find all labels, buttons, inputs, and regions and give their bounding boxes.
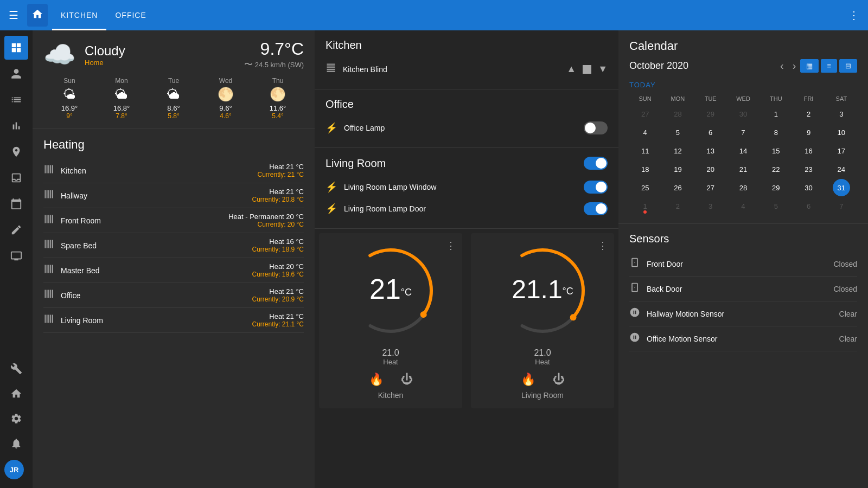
sidebar-item-media[interactable]	[4, 244, 28, 268]
calendar-day[interactable]: 9	[800, 124, 818, 141]
calendar-day[interactable]: 6	[800, 197, 818, 215]
sidebar-item-hacs[interactable]	[4, 140, 28, 164]
hamburger-menu[interactable]: ☰	[9, 9, 18, 22]
heating-row[interactable]: Living Room Heat 21 °C Currently: 21.1 °…	[43, 308, 304, 333]
calendar-day[interactable]: 8	[767, 124, 784, 141]
calendar-day[interactable]: 3	[833, 105, 850, 123]
calendar-prev-button[interactable]: ‹	[776, 57, 788, 74]
calendar-day-header: WED	[727, 93, 759, 104]
calendar-day[interactable]: 20	[702, 160, 719, 178]
heating-current-value: Currently: 21.1 °C	[252, 320, 304, 328]
user-avatar[interactable]: JR	[4, 460, 24, 479]
blind-stop-button[interactable]	[583, 65, 591, 74]
sidebar-item-settings[interactable]	[4, 407, 28, 431]
living-room-main-toggle[interactable]	[584, 157, 608, 170]
calendar-day[interactable]: 17	[833, 142, 850, 159]
calendar-day[interactable]: 6	[702, 124, 719, 141]
kitchen-thermostat-menu[interactable]: ⋮	[446, 240, 456, 252]
calendar-day[interactable]: 12	[669, 142, 686, 159]
blind-icon	[326, 62, 336, 76]
heating-row[interactable]: Hallway Heat 21 °C Currently: 20.8 °C	[43, 183, 304, 208]
heating-row[interactable]: Spare Bed Heat 16 °C Currently: 18.9 °C	[43, 233, 304, 258]
sensor-row: Hallway Motion Sensor Clear	[629, 301, 857, 326]
heating-room-info: Heat 21 °C Currently: 20.8 °C	[252, 188, 304, 203]
calendar-day[interactable]: 24	[833, 160, 850, 178]
sensor-status: Closed	[833, 285, 857, 293]
calendar-day[interactable]: 27	[702, 179, 719, 196]
blind-down-button[interactable]: ▼	[598, 63, 608, 75]
calendar-day[interactable]: 28	[669, 105, 686, 123]
calendar-day[interactable]: 18	[636, 160, 654, 178]
calendar-day[interactable]: 7	[735, 124, 752, 141]
sidebar-item-edit[interactable]	[4, 218, 28, 242]
living-room-power-icon[interactable]: ⏻	[553, 373, 565, 387]
kitchen-power-icon[interactable]: ⏻	[401, 373, 413, 387]
calendar-day[interactable]: 2	[800, 105, 818, 123]
calendar-day[interactable]: 4	[636, 124, 654, 141]
calendar-day[interactable]: 7	[833, 197, 850, 215]
calendar-day[interactable]: 26	[669, 179, 686, 196]
calendar-day[interactable]: 30	[800, 179, 818, 196]
radiator-icon	[43, 288, 54, 302]
office-lamp-icon: ⚡	[326, 122, 337, 134]
calendar-day[interactable]: 15	[767, 142, 784, 159]
living-room-thermostat-menu[interactable]: ⋮	[598, 240, 608, 252]
sidebar-item-dashboard[interactable]	[4, 36, 28, 60]
calendar-day[interactable]: 22	[767, 160, 784, 178]
calendar-day[interactable]: 29	[702, 105, 719, 123]
sidebar-item-users[interactable]	[4, 62, 28, 86]
living-room-thermostat-label: Living Room	[480, 391, 605, 400]
calendar-today-button[interactable]: TODAY	[629, 81, 857, 89]
lamp-window-toggle[interactable]	[584, 181, 608, 194]
living-room-flame-icon[interactable]: 🔥	[521, 373, 535, 387]
sidebar-item-tools[interactable]	[4, 357, 28, 381]
sidebar-item-list[interactable]	[4, 88, 28, 112]
calendar-day[interactable]: 5	[767, 197, 784, 215]
calendar-day[interactable]: 30	[735, 105, 752, 123]
calendar-grid: SUNMONTUEWEDTHUFRISAT2728293012345678910…	[629, 93, 857, 215]
calendar-day[interactable]: 1	[636, 197, 654, 215]
calendar-day[interactable]: 19	[669, 160, 686, 178]
calendar-day[interactable]: 4	[735, 197, 752, 215]
calendar-day[interactable]: 13	[702, 142, 719, 159]
heating-row[interactable]: Kitchen Heat 21 °C Currently: 21 °C	[43, 158, 304, 183]
weather-wind: 〜 24.5 km/h (SW)	[244, 59, 304, 70]
kitchen-flame-icon[interactable]: 🔥	[369, 373, 384, 387]
sidebar-item-home-config[interactable]	[4, 382, 28, 406]
cal-view-list[interactable]: ≡	[821, 59, 837, 73]
home-icon[interactable]	[27, 4, 48, 27]
calendar-next-button[interactable]: ›	[788, 57, 801, 74]
calendar-day[interactable]: 3	[702, 197, 719, 215]
sidebar-item-charts[interactable]	[4, 114, 28, 138]
calendar-day[interactable]: 28	[735, 179, 752, 196]
calendar-day[interactable]: 1	[767, 105, 784, 123]
sidebar-item-inbox[interactable]	[4, 166, 28, 190]
calendar-day[interactable]: 10	[833, 124, 850, 141]
heating-row[interactable]: Office Heat 21 °C Currently: 20.9 °C	[43, 283, 304, 308]
calendar-day[interactable]: 2	[669, 197, 686, 215]
heating-row[interactable]: Front Room Heat - Permanent 20 °C Curren…	[43, 208, 304, 233]
sidebar-item-notifications[interactable]	[4, 432, 28, 455]
calendar-day[interactable]: 25	[636, 179, 654, 196]
living-room-lamp-door-row: ⚡ Living Room Lamp Door	[326, 198, 608, 220]
cal-view-compact[interactable]: ⊟	[839, 59, 857, 73]
more-options-icon[interactable]: ⋮	[848, 9, 859, 22]
nav-tab-office[interactable]: OFFICE	[106, 0, 155, 30]
calendar-day[interactable]: 16	[800, 142, 818, 159]
calendar-day[interactable]: 31	[833, 179, 850, 196]
calendar-day[interactable]: 23	[800, 160, 818, 178]
calendar-day[interactable]: 27	[636, 105, 654, 123]
office-lamp-toggle[interactable]	[584, 121, 608, 134]
nav-tab-kitchen[interactable]: KITCHEN	[52, 0, 106, 30]
calendar-day[interactable]: 11	[636, 142, 654, 159]
calendar-day[interactable]: 29	[767, 179, 784, 196]
blind-up-button[interactable]: ▲	[566, 63, 576, 75]
calendar-day-header: THU	[760, 93, 792, 104]
calendar-day[interactable]: 5	[669, 124, 686, 141]
lamp-door-toggle[interactable]	[584, 202, 608, 215]
cal-view-grid[interactable]: ▦	[800, 59, 819, 73]
calendar-day[interactable]: 14	[735, 142, 752, 159]
calendar-day[interactable]: 21	[735, 160, 752, 178]
heating-row[interactable]: Master Bed Heat 20 °C Currently: 19.6 °C	[43, 258, 304, 283]
sidebar-item-calendar[interactable]	[4, 192, 28, 216]
